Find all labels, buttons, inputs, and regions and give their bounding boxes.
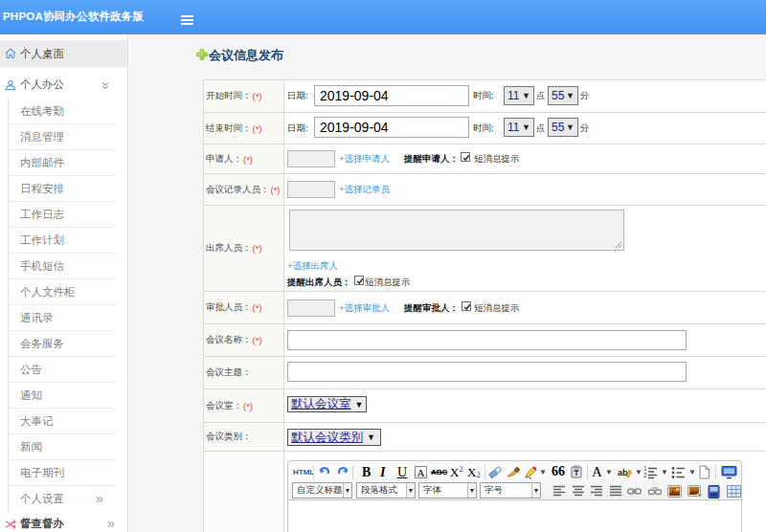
svg-text:2: 2 xyxy=(643,472,647,478)
svg-text:1: 1 xyxy=(643,465,647,472)
